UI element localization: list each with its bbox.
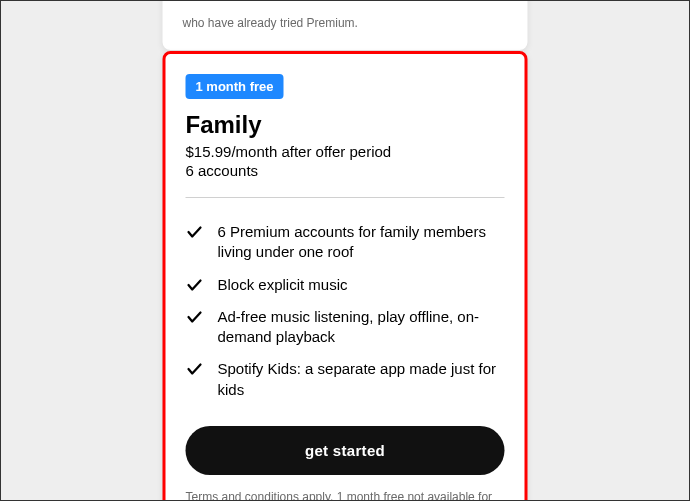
- feature-text: Ad-free music listening, play offline, o…: [218, 307, 505, 348]
- get-started-button[interactable]: get started: [186, 426, 505, 475]
- check-icon: [186, 308, 204, 326]
- plan-price: $15.99/month after offer period: [186, 143, 505, 160]
- list-item: Block explicit music: [186, 275, 505, 295]
- check-icon: [186, 223, 204, 241]
- list-item: Spotify Kids: a separate app made just f…: [186, 359, 505, 400]
- terms-text-partial: who have already tried Premium.: [183, 16, 358, 30]
- feature-text: Block explicit music: [218, 275, 348, 295]
- feature-list: 6 Premium accounts for family members li…: [186, 222, 505, 400]
- plan-accounts: 6 accounts: [186, 162, 505, 179]
- divider: [186, 197, 505, 198]
- terms-link[interactable]: Terms and conditions apply.: [186, 490, 334, 501]
- check-icon: [186, 360, 204, 378]
- plan-card-family: 1 month free Family $15.99/month after o…: [163, 51, 528, 501]
- feature-text: 6 Premium accounts for family members li…: [218, 222, 505, 263]
- plan-title: Family: [186, 111, 505, 139]
- check-icon: [186, 276, 204, 294]
- list-item: 6 Premium accounts for family members li…: [186, 222, 505, 263]
- offer-badge: 1 month free: [186, 74, 284, 99]
- previous-plan-card-partial: who have already tried Premium.: [163, 0, 528, 50]
- terms-text: Terms and conditions apply. 1 month free…: [186, 489, 505, 501]
- feature-text: Spotify Kids: a separate app made just f…: [218, 359, 505, 400]
- list-item: Ad-free music listening, play offline, o…: [186, 307, 505, 348]
